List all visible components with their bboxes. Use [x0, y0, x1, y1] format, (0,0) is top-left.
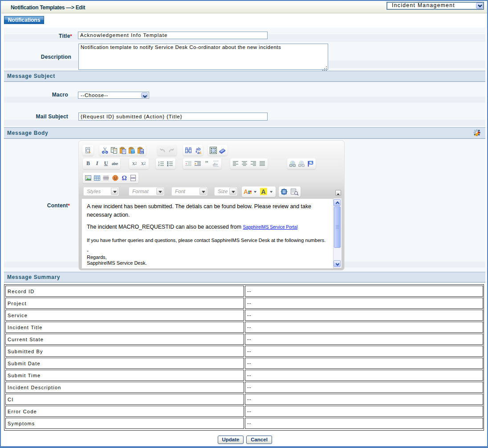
svg-text:div: div — [213, 162, 218, 166]
svg-text:2: 2 — [158, 164, 160, 166]
svg-text:A: A — [261, 188, 266, 195]
svg-text:c: c — [199, 150, 201, 154]
svg-text:W: W — [140, 149, 144, 153]
svg-text:1: 1 — [158, 161, 160, 163]
svg-text:Ω: Ω — [122, 175, 127, 182]
svg-text:A: A — [244, 188, 248, 195]
